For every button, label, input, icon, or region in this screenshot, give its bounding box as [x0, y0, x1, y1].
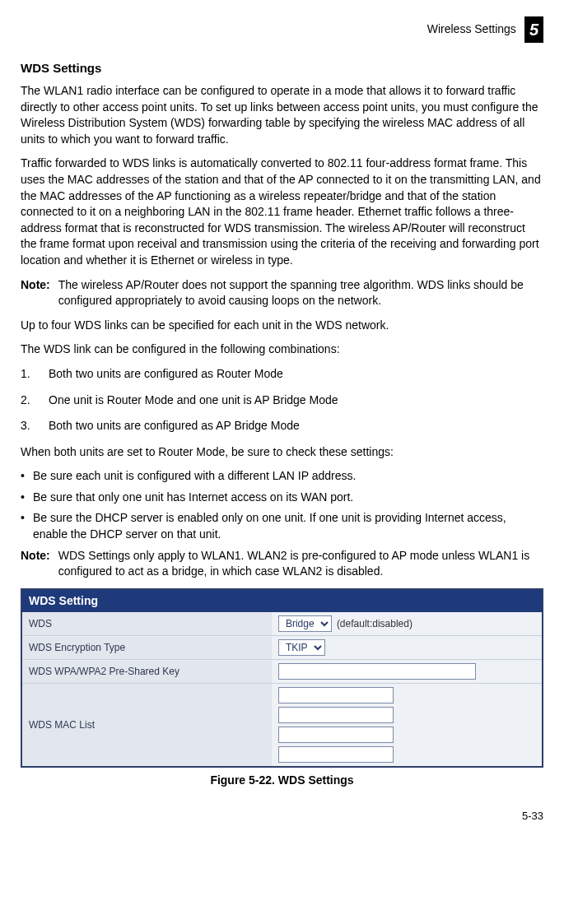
list-item: 3.Both two units are configured as AP Br… — [21, 418, 543, 434]
row-psk: WDS WPA/WPA2 Pre-Shared Key — [22, 660, 542, 684]
note-body: The wireless AP/Router does not support … — [58, 277, 543, 309]
page-header: Wireless Settings 5 — [21, 16, 543, 43]
row-control: Bridge (default:disabled) — [272, 612, 542, 635]
row-label: WDS — [22, 613, 272, 635]
list-text: Be sure the DHCP server is enabled only … — [33, 510, 543, 542]
list-text: Both two units are configured as AP Brid… — [49, 418, 300, 434]
paragraph-intro-1: The WLAN1 radio interface can be configu… — [21, 83, 543, 147]
row-maclist: WDS MAC List — [22, 684, 542, 766]
row-control: TKIP — [272, 636, 542, 659]
list-num: 2. — [21, 392, 34, 409]
list-text: Be sure each unit is configured with a d… — [33, 468, 357, 485]
mac-inputs-group — [278, 687, 394, 763]
psk-input[interactable] — [278, 663, 476, 680]
default-hint: (default:disabled) — [337, 617, 413, 631]
chapter-number-badge: 5 — [524, 16, 543, 43]
wds-mode-select[interactable]: Bridge — [278, 615, 332, 632]
paragraph-routermode: When both units are set to Router Mode, … — [21, 444, 543, 461]
paragraph-uptofour: Up to four WDS links can be specified fo… — [21, 318, 543, 334]
list-text: One unit is Router Mode and one unit is … — [49, 392, 338, 409]
note-label: Note: — [21, 277, 50, 309]
list-item: Be sure the DHCP server is enabled only … — [21, 510, 543, 542]
wds-setting-panel: WDS Setting WDS Bridge (default:disabled… — [21, 588, 543, 768]
routermode-checklist: Be sure each unit is configured with a d… — [21, 468, 543, 542]
row-control — [272, 660, 542, 683]
figure-wds-settings: WDS Setting WDS Bridge (default:disabled… — [21, 588, 543, 789]
mac-input-2[interactable] — [278, 707, 394, 723]
note-spanning-tree: Note: The wireless AP/Router does not su… — [21, 277, 543, 309]
paragraph-intro-2: Traffic forwarded to WDS links is automa… — [21, 156, 543, 268]
note-label: Note: — [21, 548, 50, 580]
page-number: 5-33 — [21, 809, 543, 824]
note-wlan2: Note: WDS Settings only apply to WLAN1. … — [21, 548, 543, 580]
paragraph-combinations: The WDS link can be configured in the fo… — [21, 341, 543, 358]
mac-input-1[interactable] — [278, 687, 394, 703]
row-label: WDS MAC List — [22, 684, 272, 766]
list-num: 1. — [21, 366, 34, 383]
combinations-list: 1.Both two units are configured as Route… — [21, 366, 543, 434]
section-heading: WDS Settings — [21, 59, 543, 77]
mac-input-3[interactable] — [278, 727, 394, 743]
row-wds: WDS Bridge (default:disabled) — [22, 612, 542, 636]
list-num: 3. — [21, 418, 34, 434]
list-text: Both two units are configured as Router … — [49, 366, 283, 383]
list-item: 2.One unit is Router Mode and one unit i… — [21, 392, 543, 409]
list-text: Be sure that only one unit has Internet … — [33, 490, 353, 506]
list-item: Be sure that only one unit has Internet … — [21, 490, 543, 506]
panel-title: WDS Setting — [22, 590, 542, 613]
wds-encryption-select[interactable]: TKIP — [278, 639, 325, 656]
mac-input-4[interactable] — [278, 746, 394, 763]
row-control — [272, 684, 542, 766]
list-item: Be sure each unit is configured with a d… — [21, 468, 543, 485]
breadcrumb: Wireless Settings — [427, 21, 516, 38]
list-item: 1.Both two units are configured as Route… — [21, 366, 543, 383]
row-label: WDS Encryption Type — [22, 637, 272, 659]
figure-caption: Figure 5-22. WDS Settings — [21, 773, 543, 789]
row-encryption: WDS Encryption Type TKIP — [22, 636, 542, 660]
row-label: WDS WPA/WPA2 Pre-Shared Key — [22, 661, 272, 683]
note-body: WDS Settings only apply to WLAN1. WLAN2 … — [58, 548, 543, 580]
